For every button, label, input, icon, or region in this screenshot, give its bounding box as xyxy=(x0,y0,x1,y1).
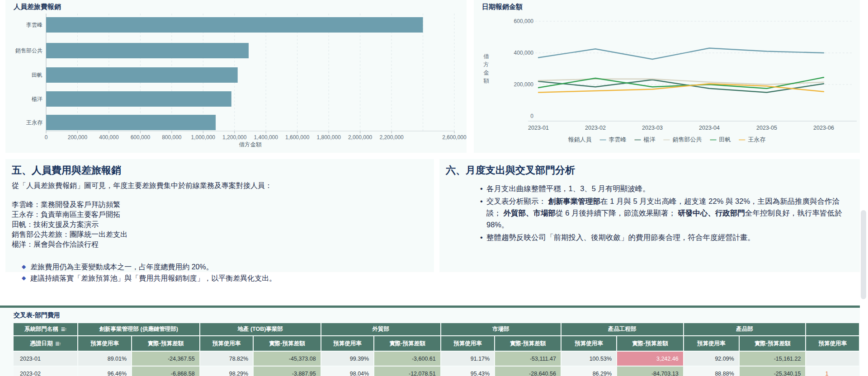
cell-budget-usage: 100.53% xyxy=(561,352,616,366)
row-header-voucher-date[interactable]: 憑證日期☰↑ xyxy=(14,336,77,351)
group-header-地產 (TOB)事業部: 地產 (TOB)事業部 xyxy=(200,323,321,335)
cell-actual-budget-diff: -15,161.22 xyxy=(740,352,806,366)
bar-category-label: 田帆 xyxy=(32,72,42,78)
bullet-text-bold: 研發中心、行政部門 xyxy=(678,209,745,217)
section6-bullets: •各月支出曲線整體平穩，1、3、5 月有明顯波峰。•交叉表分析顯示： 創新事業管… xyxy=(446,183,854,243)
row-header-label: 憑證日期 xyxy=(30,340,52,347)
section5-intro: 從「人員差旅費報銷」圖可見，年度主要差旅費集中於前線業務及專案對接人員： xyxy=(12,181,428,191)
group-header-產品部: 產品部 xyxy=(684,323,806,335)
x-tick-label: 2,200,000 xyxy=(379,134,404,141)
sort-filter-icon[interactable]: ☰↑ xyxy=(55,341,61,346)
legend-item-田帆[interactable]: —田帆 xyxy=(710,136,731,144)
sub-header-預算使用率[interactable]: 預算使用率 xyxy=(561,336,616,351)
vertical-scrollbar-thumb[interactable] xyxy=(861,210,866,299)
sub-header-預算使用率[interactable]: 預算使用率 xyxy=(78,336,131,351)
monthly-expense-line-chart-card: 日期報銷金額 借方金額 0200,000400,000600,0002023-0… xyxy=(474,0,860,153)
bar-李雲峰[interactable] xyxy=(46,17,423,33)
cell-budget-usage: 88.88% xyxy=(684,367,739,376)
group-header-市場部: 市場部 xyxy=(441,323,561,335)
cell-budget-usage: 96.46% xyxy=(78,367,131,376)
group-header-產品工程部: 產品工程部 xyxy=(561,323,683,335)
cell-budget-usage: 92.09% xyxy=(684,352,739,366)
person-travel-line: 李雲峰：業務開發及客戶拜訪頻繁 xyxy=(12,200,428,210)
bar-category-label: 李雲峰 xyxy=(26,22,42,28)
y-tick-label: 200,000 xyxy=(514,81,534,88)
bar-x-axis-title: 借方金額 xyxy=(239,141,262,148)
bar-田帆[interactable] xyxy=(46,67,238,83)
legend-label: 銷售部公共 xyxy=(673,136,702,144)
sub-header-預算使用率[interactable]: 預算使用率 xyxy=(200,336,253,351)
person-travel-line: 田帆：技術支援及方案演示 xyxy=(12,220,428,230)
dot-bullet-icon: • xyxy=(480,183,483,194)
person-travel-line: 楊洋：展會與合作洽談行程 xyxy=(12,240,428,249)
line-series-李雲峰[interactable] xyxy=(538,48,824,60)
cell-actual-budget-diff: -3,887.95 xyxy=(254,367,321,376)
x-tick-label: 600,000 xyxy=(131,134,151,141)
cell-budget-usage: 86.29% xyxy=(561,367,616,376)
cell-actual-budget-diff: -28,640.56 xyxy=(495,367,561,376)
bullet-text: 整體趨勢反映公司「前期投入、後期收斂」的費用節奏合理，符合年度經營計畫。 xyxy=(486,233,755,241)
cell-budget-usage: 1 xyxy=(806,367,859,376)
sub-header-實際-預算差額[interactable]: 實際-預算差額 xyxy=(495,336,561,351)
x-tick-label: 2,000,000 xyxy=(348,134,373,141)
legend-item-銷售部公共[interactable]: —銷售部公共 xyxy=(664,136,702,144)
sub-header-預算使用率[interactable]: 預算使用率 xyxy=(321,336,374,351)
x-tick-label: 2023-06 xyxy=(813,125,834,131)
diamond-bullet-item: ◆建議持續落實「差旅預算池」與「費用共用報銷制度」，以平衡差異化支出。 xyxy=(12,273,428,284)
monthly-expense-line-chart[interactable]: 0200,000400,000600,0002023-012023-022023… xyxy=(474,0,860,135)
cell-actual-budget-diff: -24,367.55 xyxy=(132,352,199,366)
cell-budget-usage: 99.39% xyxy=(321,352,374,366)
legend-label: 王永存 xyxy=(748,136,766,144)
dot-bullet-item: •各月支出曲線整體平穩，1、3、5 月有明顯波峰。 xyxy=(486,183,854,194)
cell-actual-budget-diff: -6,868.58 xyxy=(132,367,199,376)
sub-header-實際-預算差額[interactable]: 實際-預算差額 xyxy=(374,336,440,351)
bar-category-label: 楊洋 xyxy=(32,96,42,102)
section-monthly-cross-department-analysis: 六、月度支出與交叉部門分析 •各月支出曲線整體平穩，1、3、5 月有明顯波峰。•… xyxy=(439,159,860,272)
x-tick-label: 1,600,000 xyxy=(285,134,310,141)
sub-header-實際-預算差額[interactable]: 實際-預算差額 xyxy=(740,336,806,351)
legend-item-李雲峰[interactable]: —李雲峰 xyxy=(600,136,627,144)
group-header-創新事業管理部 (供應鏈管理部): 創新事業管理部 (供應鏈管理部) xyxy=(78,323,199,335)
x-tick-label: 1,200,000 xyxy=(222,134,247,141)
legend-dash-icon: — xyxy=(635,136,641,143)
legend-dash-icon: — xyxy=(664,136,670,143)
bar-楊洋[interactable] xyxy=(46,91,231,107)
corner-header-system-department[interactable]: 系統部門名稱☰↑ xyxy=(14,323,77,335)
legend-dash-icon: — xyxy=(710,136,717,143)
x-tick-label: 2023-01 xyxy=(528,125,549,131)
legend-item-王永存[interactable]: —王永存 xyxy=(739,136,766,144)
sub-header-實際-預算差額[interactable]: 實際-預算差額 xyxy=(617,336,683,351)
legend-dash-icon: — xyxy=(600,136,606,143)
y-tick-label: 600,000 xyxy=(514,18,534,24)
diamond-bullet-icon: ◆ xyxy=(22,273,26,284)
dot-bullet-icon: • xyxy=(480,231,483,243)
travel-expense-bar-chart[interactable]: 0200,000400,000600,000800,0001,000,0001,… xyxy=(5,0,467,150)
section-travel-expense-analysis: 五、人員費用與差旅報銷 從「人員差旅費報銷」圖可見，年度主要差旅費集中於前線業務… xyxy=(5,159,434,272)
cross-table-wrap: 系統部門名稱☰↑創新事業管理部 (供應鏈管理部)地產 (TOB)事業部外貿部市場… xyxy=(13,322,860,376)
sub-header-預算使用率[interactable]: 預算使用率 xyxy=(441,336,494,351)
table-row-2023-02: 2023-0296.46%-6,868.5898.29%-3,887.9598.… xyxy=(14,367,859,376)
x-tick-label: 2023-04 xyxy=(699,125,720,131)
legend-item-楊洋[interactable]: —楊洋 xyxy=(635,136,656,144)
corner-header-label: 系統部門名稱 xyxy=(24,326,58,332)
legend-title: 報銷人員 xyxy=(568,136,592,144)
cell-actual-budget-diff: -12,078.51 xyxy=(374,367,440,376)
sub-header-預算使用率[interactable]: 預算使用率 xyxy=(684,336,739,351)
group-header-外貿部: 外貿部 xyxy=(321,323,440,335)
line-chart-legend: 報銷人員 —李雲峰—楊洋—銷售部公共—田帆—王永存 xyxy=(474,136,860,144)
x-tick-label: 400,000 xyxy=(99,134,119,141)
x-tick-label: 200,000 xyxy=(68,134,88,141)
diamond-bullet-item: ◆差旅費用仍為主要變動成本之一，占年度總費用約 20%。 xyxy=(12,261,428,273)
x-tick-label: 1,000,000 xyxy=(191,134,216,141)
travel-expense-bar-chart-card: 人員差旅費報銷 0200,000400,000600,000800,0001,0… xyxy=(5,0,467,153)
department-cost-cross-table: 系統部門名稱☰↑創新事業管理部 (供應鏈管理部)地產 (TOB)事業部外貿部市場… xyxy=(13,322,860,376)
y-tick-label: 400,000 xyxy=(514,50,534,56)
bar-銷售部公共[interactable] xyxy=(46,43,249,58)
bullet-text: 差旅費用仍為主要變動成本之一，占年度總費用約 20%。 xyxy=(30,261,213,273)
sub-header-實際-預算差額[interactable]: 實際-預算差額 xyxy=(254,336,321,351)
sub-header-實際-預算差額[interactable]: 實際-預算差額 xyxy=(132,336,199,351)
sub-header-預算使用率[interactable]: 預算使用率 xyxy=(806,336,859,351)
sort-filter-icon[interactable]: ☰↑ xyxy=(61,327,66,332)
x-tick-label: 800,000 xyxy=(162,134,182,141)
bar-王永存[interactable] xyxy=(46,115,216,130)
